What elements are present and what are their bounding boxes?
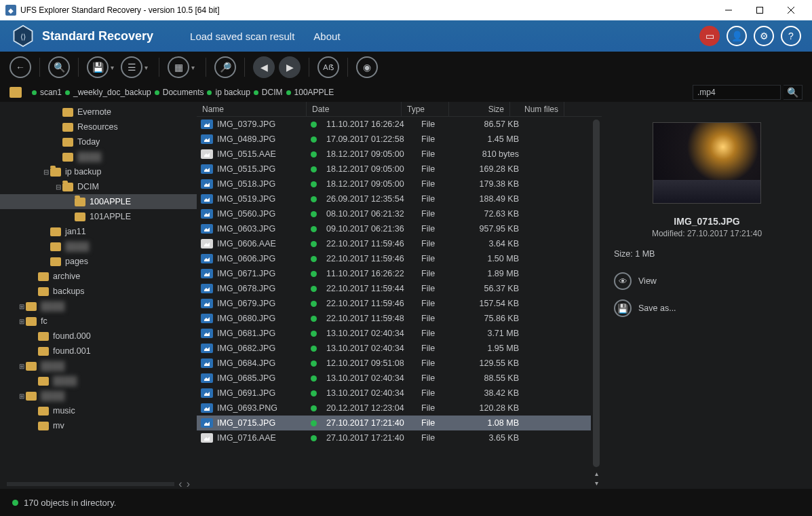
file-size: 72.63 KB — [463, 209, 524, 219]
col-num[interactable]: Num files — [510, 102, 564, 116]
tree-item[interactable]: Today — [0, 134, 197, 149]
menu-about[interactable]: About — [313, 31, 340, 42]
tree-item[interactable]: 101APPLE — [0, 209, 197, 224]
search-input[interactable] — [693, 85, 781, 100]
tree-toggle-icon[interactable]: ⊞ — [18, 303, 26, 310]
file-row[interactable]: IMG_0560.JPG08.10.2017 06:21:32File72.63… — [197, 206, 602, 221]
tree-item[interactable]: pages — [0, 254, 197, 269]
file-row[interactable]: IMG_0518.JPG18.12.2017 09:05:00File179.3… — [197, 177, 602, 191]
close-button[interactable] — [775, 0, 807, 20]
news-icon[interactable]: ▭ — [699, 26, 720, 46]
tree-item[interactable]: ████ — [0, 373, 197, 388]
tree-item[interactable]: found.001 — [0, 344, 197, 358]
file-row[interactable]: IMG_0671.JPG11.10.2017 16:26:22File1.89 … — [197, 266, 602, 281]
tree-item[interactable]: ⊞████ — [0, 299, 197, 314]
file-row[interactable]: IMG_0685.JPG13.10.2017 02:40:34File88.55… — [197, 371, 602, 386]
file-row[interactable]: IMG_0691.JPG13.10.2017 02:40:34File38.42… — [197, 386, 602, 401]
file-row[interactable]: IMG_0379.JPG11.10.2017 16:26:24File86.57… — [197, 117, 602, 132]
col-size[interactable]: Size — [449, 102, 510, 116]
file-row[interactable]: IMG_0682.JPG13.10.2017 02:40:34File1.95 … — [197, 341, 602, 356]
tree-item[interactable]: 100APPLE — [0, 194, 197, 209]
path-segment[interactable]: DCIM — [262, 88, 283, 97]
tree-item[interactable]: found.000 — [0, 329, 197, 344]
column-headers[interactable]: Name Date Type Size Num files — [197, 102, 602, 117]
saveas-button[interactable]: 💾 Save as... — [614, 299, 800, 317]
user-icon[interactable]: 👤 — [727, 26, 747, 46]
file-row[interactable]: IMG_0680.JPG22.10.2017 11:59:48File75.86… — [197, 311, 602, 326]
path-dot-icon — [32, 90, 37, 95]
file-row[interactable]: IMG_0684.JPG12.10.2017 09:51:08File129.5… — [197, 356, 602, 371]
path-segment[interactable]: Documents — [163, 88, 204, 97]
tree-item[interactable]: ████ — [0, 149, 197, 164]
path-segment[interactable]: ip backup — [215, 88, 250, 97]
tree-item[interactable]: ⊟DCIM — [0, 179, 197, 194]
back-button[interactable]: ← — [9, 56, 31, 78]
tree-item[interactable]: ⊞████ — [0, 388, 197, 403]
next-button[interactable]: ▶ — [279, 56, 301, 78]
file-row[interactable]: IMG_0715.JPG27.10.2017 17:21:40File1.08 … — [197, 416, 602, 430]
tree-item[interactable]: Evernote — [0, 105, 197, 119]
path-segment[interactable]: _weekly_doc_backup — [73, 88, 151, 97]
file-row[interactable]: IMG_0681.JPG13.10.2017 02:40:34File3.71 … — [197, 326, 602, 341]
tree-item[interactable]: ⊞fc — [0, 314, 197, 329]
tree-item[interactable]: ⊞████ — [0, 358, 197, 373]
file-row[interactable]: IMG_0606.AAE22.10.2017 11:59:46File3.64 … — [197, 236, 602, 251]
tree-toggle-icon[interactable]: ⊟ — [42, 168, 50, 176]
col-type[interactable]: Type — [402, 102, 449, 116]
tree-item[interactable]: ████ — [0, 239, 197, 254]
file-row[interactable]: IMG_0716.AAE27.10.2017 17:21:40File3.65 … — [197, 430, 602, 445]
file-row[interactable]: IMG_0489.JPG17.09.2017 01:22:58File1.45 … — [197, 132, 602, 147]
tree-toggle-icon[interactable]: ⊞ — [18, 392, 26, 400]
find-button[interactable]: 🔎 — [214, 56, 236, 78]
prev-button[interactable]: ◀ — [253, 56, 275, 78]
save-dropdown[interactable]: ▾ — [111, 64, 114, 71]
tree-item[interactable]: Resources — [0, 119, 197, 134]
file-row[interactable]: IMG_0679.JPG22.10.2017 11:59:46File157.5… — [197, 296, 602, 311]
file-scrollbar[interactable]: ▴▾ — [591, 117, 602, 489]
tree-item[interactable]: music — [0, 403, 197, 418]
col-name[interactable]: Name — [197, 102, 307, 116]
file-row[interactable]: IMG_0515.JPG18.12.2017 09:05:00File169.2… — [197, 162, 602, 177]
maximize-button[interactable] — [744, 0, 775, 20]
options-button[interactable]: ◉ — [356, 56, 378, 78]
logo-icon: ⟨⟩ — [11, 24, 35, 48]
tree-item[interactable]: backups — [0, 284, 197, 299]
file-name: IMG_0679.JPG — [217, 299, 311, 308]
file-row[interactable]: IMG_0515.AAE18.12.2017 09:05:00File810 b… — [197, 147, 602, 162]
col-date[interactable]: Date — [307, 102, 402, 116]
tree-label: jan11 — [65, 227, 86, 236]
document-icon — [201, 239, 213, 248]
minimize-button[interactable] — [713, 0, 744, 20]
tree-item[interactable]: mv — [0, 418, 197, 433]
save-button[interactable]: 💾 — [87, 56, 109, 78]
tree-label: mv — [53, 421, 64, 430]
tree-scrollbar[interactable]: ‹› — [7, 479, 190, 489]
tree-item[interactable]: ⊟ip backup — [0, 164, 197, 179]
path-segment[interactable]: scan1 — [40, 88, 62, 97]
window-title: UFS Explorer Standard Recovery - version… — [20, 5, 219, 15]
grid-button[interactable]: ▦ — [168, 56, 189, 78]
file-row[interactable]: IMG_0519.JPG26.09.2017 12:35:54File188.4… — [197, 191, 602, 206]
file-row[interactable]: IMG_0606.JPG22.10.2017 11:59:46File1.50 … — [197, 251, 602, 266]
file-row[interactable]: IMG_0693.PNG20.12.2017 12:23:04File120.2… — [197, 401, 602, 416]
tree-toggle-icon[interactable]: ⊟ — [54, 183, 62, 191]
path-segment[interactable]: 100APPLE — [294, 88, 334, 97]
gear-icon[interactable]: ⚙ — [754, 26, 774, 46]
file-row[interactable]: IMG_0603.JPG09.10.2017 06:21:36File957.9… — [197, 221, 602, 236]
case-button[interactable]: Aẞ — [317, 56, 339, 78]
list-dropdown[interactable]: ▾ — [144, 64, 148, 71]
file-type: File — [416, 284, 463, 293]
menu-load-saved[interactable]: Load saved scan result — [190, 31, 294, 42]
help-icon[interactable]: ? — [781, 26, 801, 46]
view-button[interactable]: 👁 View — [614, 272, 800, 290]
folder-icon — [38, 287, 49, 296]
tree-toggle-icon[interactable]: ⊞ — [18, 363, 26, 370]
tree-item[interactable]: jan11 — [0, 224, 197, 239]
zoom-button[interactable]: 🔍 — [48, 56, 70, 78]
search-icon[interactable]: 🔍 — [784, 85, 803, 100]
tree-item[interactable]: archive — [0, 269, 197, 284]
list-button[interactable]: ☰ — [121, 56, 142, 78]
file-row[interactable]: IMG_0678.JPG22.10.2017 11:59:44File56.37… — [197, 281, 602, 296]
tree-toggle-icon[interactable]: ⊞ — [18, 318, 26, 325]
grid-dropdown[interactable]: ▾ — [191, 64, 195, 71]
